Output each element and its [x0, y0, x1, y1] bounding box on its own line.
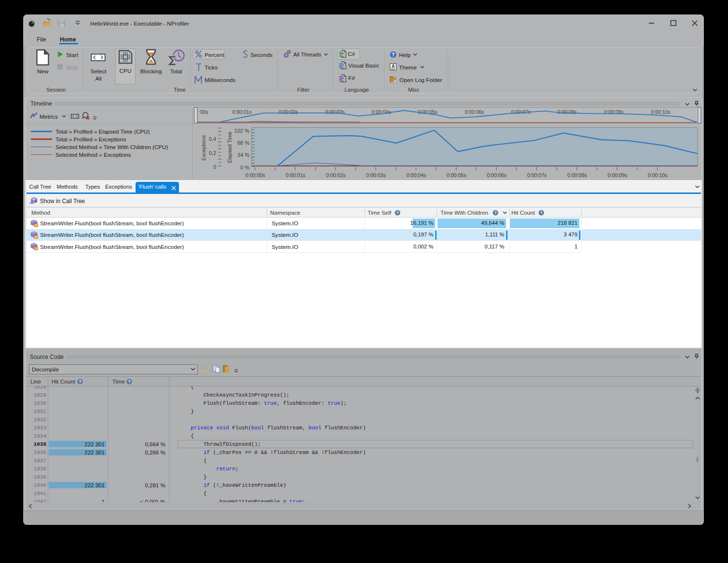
svg-text:?: ?: [540, 210, 542, 215]
svg-text:?: ?: [79, 379, 81, 384]
svg-text:A: A: [391, 64, 395, 69]
svg-text:?: ?: [392, 52, 395, 57]
svg-text:?: ?: [396, 210, 398, 215]
svg-text:?: ?: [128, 379, 130, 384]
svg-text:?: ?: [494, 210, 496, 215]
